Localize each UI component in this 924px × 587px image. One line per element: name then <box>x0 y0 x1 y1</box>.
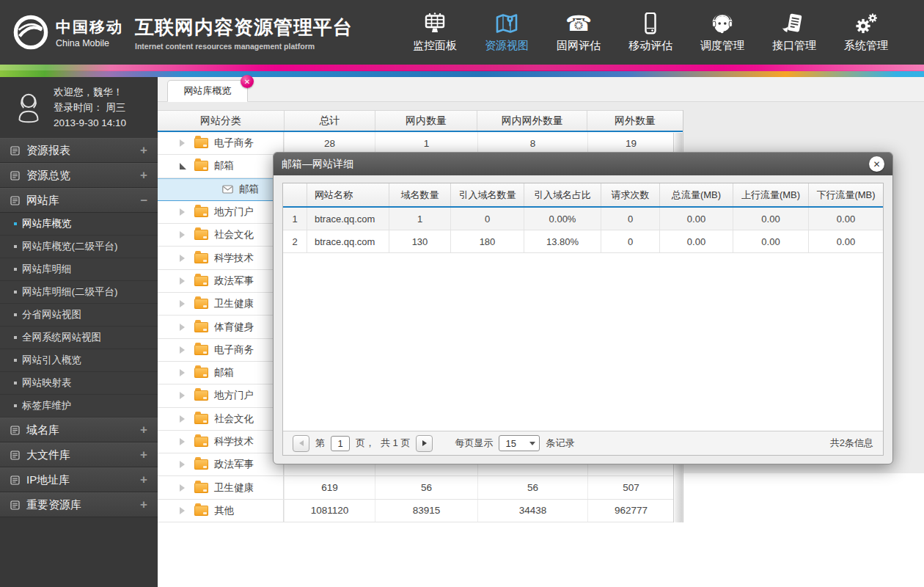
left-arrow-icon <box>299 440 304 446</box>
imported-domain-count: 0 <box>450 208 524 230</box>
tab-close-icon[interactable]: ✕ <box>241 75 254 88</box>
sidebar-group-label: 网站库 <box>26 194 141 208</box>
tree-toggle-icon[interactable] <box>180 507 185 514</box>
category-row[interactable]: 卫生健康 619 56 56 507 <box>158 476 683 499</box>
sidebar-subitem-label: 网站库明细 <box>22 263 72 276</box>
tree-toggle-icon[interactable] <box>180 300 185 307</box>
page-title: 互联网内容资源管理平台 <box>135 15 353 40</box>
tree-toggle-icon[interactable] <box>180 324 185 331</box>
tree-toggle-icon[interactable] <box>180 484 185 492</box>
folder-icon <box>194 414 208 424</box>
per-page-select[interactable]: 15 <box>499 435 540 451</box>
tree-toggle-icon[interactable] <box>180 346 185 354</box>
sidebar-subitem[interactable]: 全网系统网站视图 <box>0 327 158 349</box>
sidebar-group-label: IP地址库 <box>26 473 140 487</box>
folder-icon <box>194 506 208 516</box>
nav-item-系统管理[interactable]: 系统管理 <box>843 12 889 53</box>
bullet-icon <box>14 245 17 248</box>
column-header: 网外数量 <box>587 111 683 131</box>
column-header: 引入域名占比 <box>524 183 601 206</box>
nav-item-label: 移动评估 <box>628 39 672 53</box>
column-header: 网内网外数量 <box>477 111 587 131</box>
tree-toggle-icon[interactable] <box>180 208 185 216</box>
next-page-button[interactable] <box>416 435 433 452</box>
expand-toggle-icon[interactable]: + <box>140 497 147 512</box>
nav-item-监控面板[interactable]: 监控面板 <box>412 12 458 53</box>
brand: 中国移动 China Mobile 互联网内容资源管理平台 Internet c… <box>0 13 353 51</box>
category-label: 地方门户 <box>214 389 254 402</box>
tree-toggle-icon[interactable] <box>180 231 185 238</box>
sidebar-subitem[interactable]: 分省网站视图 <box>0 304 158 327</box>
column-header: 网内数量 <box>375 111 477 131</box>
sidebar-subitem-label: 网站映射表 <box>22 376 72 390</box>
expand-toggle-icon[interactable]: + <box>140 143 147 158</box>
total-value: 1081120 <box>284 500 375 522</box>
page-number-input[interactable] <box>331 436 350 451</box>
sidebar: 欢迎您，魏华！ 登录时间： 周三 2013-9-30 14:10 资源报表 + … <box>0 77 158 587</box>
tree-toggle-icon[interactable] <box>180 277 185 285</box>
sidebar-menu: 资源报表 + 资源总览 + 网站库 – 网站库概览 网站库概览(二级平台) 网站… <box>0 138 158 517</box>
tree-toggle-icon[interactable] <box>180 163 186 169</box>
sidebar-subitem[interactable]: 网站库明细(二级平台) <box>0 281 158 304</box>
tab-website-library-overview[interactable]: 网站库概览 ✕ <box>167 80 248 102</box>
nav-item-固网评估[interactable]: ☎ 固网评估 <box>556 12 601 53</box>
tab-label: 网站库概览 <box>184 84 232 98</box>
tree-toggle-icon[interactable] <box>180 392 185 399</box>
expand-toggle-icon[interactable]: + <box>140 423 147 437</box>
sidebar-subitem-label: 分省网站视图 <box>22 308 81 321</box>
document-list-icon <box>10 171 20 181</box>
out-network-value: 19 <box>587 132 674 154</box>
document-list-icon <box>10 146 20 156</box>
prev-page-button[interactable] <box>293 435 309 452</box>
category-label: 邮箱 <box>214 159 234 172</box>
sidebar-subitem[interactable]: 网站库概览(二级平台) <box>0 236 158 258</box>
dialog-titlebar[interactable]: 邮箱—网站详细 ✕ <box>274 153 892 175</box>
sidebar-group[interactable]: 网站库 – <box>0 188 158 213</box>
sidebar-subitem[interactable]: 网站映射表 <box>0 372 158 395</box>
sidebar-group[interactable]: 资源总览 + <box>0 163 158 188</box>
sidebar-subitem[interactable]: 网站库概览 <box>0 213 158 236</box>
map-icon <box>494 12 520 34</box>
sidebar-group[interactable]: 域名库 + <box>0 418 158 442</box>
category-row[interactable]: 其他 1081120 83915 34438 962777 <box>158 500 683 522</box>
nav-item-资源视图[interactable]: 资源视图 <box>484 12 529 53</box>
sidebar-subitem[interactable]: 网站引入概览 <box>0 349 158 372</box>
sidebar-subitem[interactable]: 标签库维护 <box>0 395 158 418</box>
expand-toggle-icon[interactable]: + <box>140 448 147 462</box>
brand-name-zh: 中国移动 <box>56 17 123 37</box>
sidebar-group[interactable]: 重要资源库 + <box>0 492 158 517</box>
tree-toggle-icon[interactable] <box>180 369 185 376</box>
row-index: 2 <box>283 230 307 252</box>
tree-toggle-icon[interactable] <box>180 461 185 468</box>
dialog-table-row: 1 btrace.qq.com 1 0 0.00% 0 0.00 0.00 0.… <box>283 208 883 230</box>
nav-item-调度管理[interactable]: 调度管理 <box>700 12 745 53</box>
nav-item-接口管理[interactable]: 接口管理 <box>771 12 817 53</box>
dashboard-icon <box>422 12 448 34</box>
category-label: 邮箱 <box>239 183 259 196</box>
sidebar-subitem-label: 网站引入概览 <box>22 354 81 367</box>
page-prefix-label: 第 <box>315 437 325 450</box>
nav-item-移动评估[interactable]: 移动评估 <box>628 12 673 53</box>
sidebar-subitem[interactable]: 网站库明细 <box>0 258 158 281</box>
expand-toggle-icon[interactable]: + <box>140 473 147 487</box>
expand-toggle-icon[interactable]: + <box>140 168 147 183</box>
sidebar-group[interactable]: 资源报表 + <box>0 138 158 163</box>
expand-toggle-icon[interactable]: – <box>141 193 147 208</box>
dialog-close-icon[interactable]: ✕ <box>869 156 884 172</box>
per-page-suffix-label: 条记录 <box>546 437 574 450</box>
folder-icon <box>194 161 208 171</box>
category-label: 科学技术 <box>214 252 254 265</box>
tree-toggle-icon[interactable] <box>180 438 185 445</box>
tree-toggle-icon[interactable] <box>180 139 185 147</box>
tree-toggle-icon[interactable] <box>180 415 185 423</box>
chevron-down-icon <box>529 442 535 445</box>
folder-icon <box>194 459 208 470</box>
sidebar-group[interactable]: 大文件库 + <box>0 442 158 467</box>
nav-item-label: 资源视图 <box>485 39 529 53</box>
category-label: 电子商务 <box>214 343 254 357</box>
sidebar-group[interactable]: IP地址库 + <box>0 467 158 492</box>
tree-toggle-icon[interactable] <box>180 255 185 262</box>
column-header: 引入域名数量 <box>450 183 524 206</box>
column-header: 请求次数 <box>601 183 659 206</box>
avatar-icon <box>10 89 47 127</box>
